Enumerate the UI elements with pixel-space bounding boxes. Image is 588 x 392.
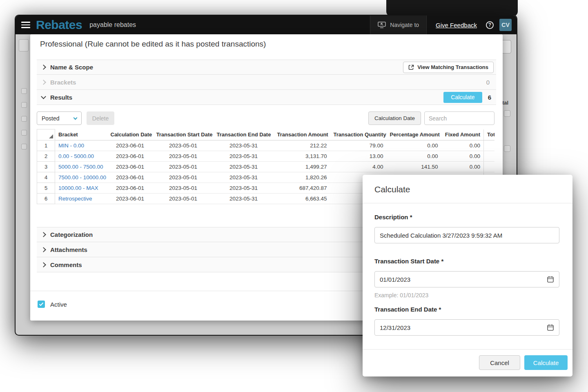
delete-button[interactable]: Delete xyxy=(87,111,114,125)
calculate-button[interactable]: Calculate xyxy=(443,92,482,103)
menu-icon[interactable] xyxy=(21,22,30,28)
cell-total xyxy=(484,151,495,162)
calendar-icon[interactable] xyxy=(547,324,554,331)
cell-amount: 687,420.87 xyxy=(274,183,330,194)
chevron-right-icon xyxy=(41,262,46,267)
start-date-label: Transaction Start Date * xyxy=(374,258,443,265)
cell-quantity: 79.00 xyxy=(330,140,387,151)
column-header-percentage[interactable]: Percentage Amount xyxy=(387,129,441,140)
chevron-down-icon xyxy=(41,94,46,99)
dialog-header-divider xyxy=(363,203,572,203)
section-label: Results xyxy=(50,94,72,101)
start-date-hint: Example: 01/01/2023 xyxy=(374,292,428,298)
table-row[interactable]: 2 0.00 - 5000.00 2023-06-01 2023-05-01 2… xyxy=(37,151,495,162)
column-header-quantity[interactable]: Transaction Quantity xyxy=(330,129,387,140)
cell-percentage: 0.00 xyxy=(387,151,441,162)
chevron-right-icon xyxy=(41,65,46,70)
section-brackets[interactable]: Brackets 0 xyxy=(37,75,496,90)
cell-total xyxy=(484,162,495,172)
cell-calculation-date: 2023-06-01 xyxy=(107,140,153,151)
give-feedback-link[interactable]: Give Feedback xyxy=(436,22,477,29)
cell-end-date: 2023-05-31 xyxy=(214,162,274,172)
backdrop-accent xyxy=(386,0,518,16)
cell-quantity: 13.00 xyxy=(330,151,387,162)
cell-start-date: 2023-05-01 xyxy=(153,194,214,204)
cell-fixed: 0.00 xyxy=(441,151,484,162)
dialog-calculate-button[interactable]: Calculate xyxy=(524,355,568,370)
cell-start-date: 2023-05-01 xyxy=(153,151,214,162)
check-icon xyxy=(39,302,44,306)
table-row[interactable]: 3 5000.00 - 7500.00 2023-06-01 2023-05-0… xyxy=(37,162,495,172)
cell-calculation-date: 2023-06-01 xyxy=(107,172,153,183)
cell-bracket[interactable]: 10000.00 - MAX xyxy=(55,183,107,194)
active-checkbox[interactable] xyxy=(38,301,45,308)
row-number: 3 xyxy=(37,162,55,172)
status-filter-select[interactable]: Posted xyxy=(37,111,82,125)
cell-calculation-date: 2023-06-01 xyxy=(107,162,153,172)
section-label: Comments xyxy=(50,261,82,268)
end-date-input[interactable] xyxy=(380,324,543,331)
modal-title: Professional (Rule cannot be edited as i… xyxy=(40,40,266,49)
cell-bracket[interactable]: MIN - 0.00 xyxy=(55,140,107,151)
column-header-amount[interactable]: Transaction Amount xyxy=(274,129,330,140)
select-all-corner[interactable] xyxy=(37,129,55,140)
navigate-to-label: Navigate to xyxy=(390,22,419,28)
column-header-bracket[interactable]: Bracket xyxy=(55,129,107,140)
cell-percentage: 141.50 xyxy=(387,162,441,172)
view-matching-transactions-button[interactable]: View Matching Transactions xyxy=(403,62,494,73)
calendar-icon[interactable] xyxy=(547,276,554,283)
active-label: Active xyxy=(50,301,67,308)
cell-percentage: 0.00 xyxy=(387,140,441,151)
chevron-right-icon xyxy=(41,80,46,85)
table-row[interactable]: 1 MIN - 0.00 2023-06-01 2023-05-01 2023-… xyxy=(37,140,495,151)
cell-bracket[interactable]: 0.00 - 5000.00 xyxy=(55,151,107,162)
chevron-right-icon xyxy=(41,232,46,237)
corner-triangle-icon xyxy=(49,134,53,138)
background-fragment xyxy=(21,102,27,108)
row-number: 1 xyxy=(37,140,55,151)
table-header-row: Bracket Calculation Date Transaction Sta… xyxy=(37,129,495,140)
help-glyph: ? xyxy=(488,22,491,28)
app-header: Rebates payable rebates Navigate to Give… xyxy=(16,16,517,34)
cell-fixed: 0.00 xyxy=(441,162,484,172)
column-header-calculation-date[interactable]: Calculation Date xyxy=(107,129,153,140)
navigate-to-button[interactable]: Navigate to xyxy=(370,16,427,34)
cell-amount: 1,820.26 xyxy=(274,172,330,183)
cell-amount: 6,663.45 xyxy=(274,194,330,204)
cell-fixed: 0.00 xyxy=(441,140,484,151)
cell-quantity: 4.00 xyxy=(330,162,387,172)
description-input[interactable] xyxy=(380,232,554,239)
column-header-total[interactable]: Total xyxy=(484,129,495,140)
cell-bracket[interactable]: 7500.00 - 10000.00 xyxy=(55,172,107,183)
help-icon[interactable]: ? xyxy=(486,21,494,29)
column-header-fixed[interactable]: Fixed Amount xyxy=(441,129,484,140)
start-date-input[interactable] xyxy=(380,276,543,283)
external-link-icon xyxy=(408,65,414,70)
column-header-start-date[interactable]: Transaction Start Date xyxy=(153,129,214,140)
cell-end-date: 2023-05-31 xyxy=(214,151,274,162)
background-fragment xyxy=(19,39,29,51)
section-name-scope[interactable]: Name & Scope View Matching Transactions xyxy=(37,60,496,75)
column-header-end-date[interactable]: Transaction End Date xyxy=(214,129,274,140)
section-results[interactable]: Results Calculate 6 xyxy=(37,90,496,105)
cell-start-date: 2023-05-01 xyxy=(153,140,214,151)
row-number: 5 xyxy=(37,183,55,194)
search-input[interactable] xyxy=(424,111,494,125)
cell-start-date: 2023-05-01 xyxy=(153,172,214,183)
chevron-down-icon xyxy=(74,116,78,120)
cell-start-date: 2023-05-01 xyxy=(153,183,214,194)
cell-amount: 3,131.70 xyxy=(274,151,330,162)
end-date-label: Transaction End Date * xyxy=(374,306,441,313)
avatar[interactable]: CV xyxy=(499,19,512,31)
cell-bracket[interactable]: 5000.00 - 7500.00 xyxy=(55,162,107,172)
calculation-date-button[interactable]: Calculation Date xyxy=(368,111,421,125)
app-subtitle: payable rebates xyxy=(89,21,136,29)
background-fragment xyxy=(21,116,27,122)
header-right: Navigate to Give Feedback ? CV xyxy=(370,16,517,34)
cancel-button[interactable]: Cancel xyxy=(479,355,520,370)
navigate-icon xyxy=(378,22,386,28)
background-fragment xyxy=(21,144,27,149)
brackets-count: 0 xyxy=(486,79,490,86)
cell-bracket[interactable]: Retrospective xyxy=(55,194,107,204)
stage: Rebates payable rebates Navigate to Give… xyxy=(0,0,588,392)
